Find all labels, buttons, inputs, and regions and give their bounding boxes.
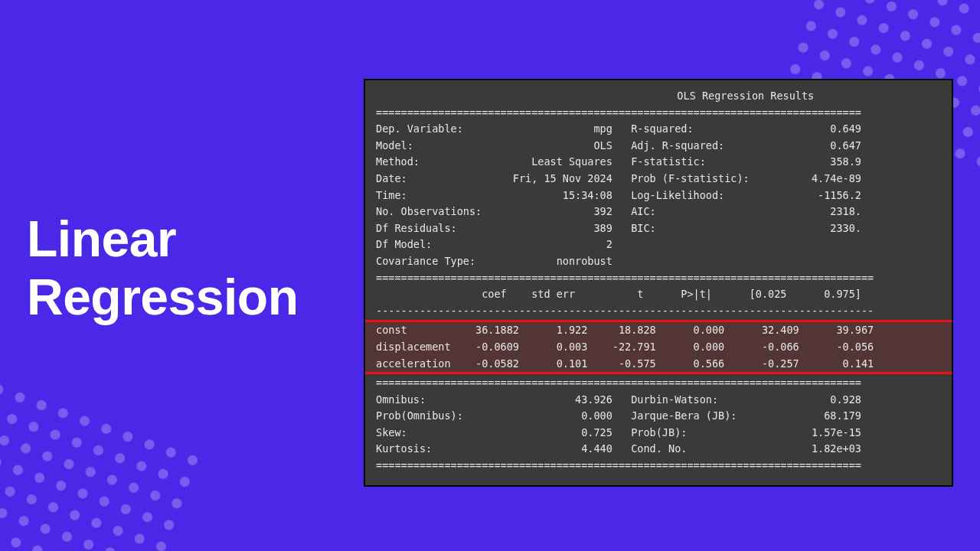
ols-coef-dash: ----------------------------------------… xyxy=(376,303,941,320)
ols-coef-row: displacement -0.0609 0.003 -22.791 0.000… xyxy=(376,339,941,356)
ols-coef-row: const 36.1882 1.922 18.828 0.000 32.409 … xyxy=(376,322,941,339)
ols-summary-row: No. Observations: 392 AIC: 2318. xyxy=(376,204,941,220)
ols-summary-row: Time: 15:34:08 Log-Likelihood: -1156.2 xyxy=(376,187,941,204)
ols-diag-row: Kurtosis: 4.440 Cond. No. 1.82e+03 xyxy=(376,441,941,458)
ols-rule: ========================================… xyxy=(376,270,941,287)
ols-summary-row: Covariance Type: nonrobust xyxy=(376,253,941,270)
ols-summary-row: Df Residuals: 389 BIC: 2330. xyxy=(376,220,941,237)
ols-title: OLS Regression Results xyxy=(376,88,941,105)
slide-canvas: Linear Regression OLS Regression Results… xyxy=(0,0,980,551)
ols-rule: ========================================… xyxy=(376,105,941,122)
ols-diag-row: Skew: 0.725 Prob(JB): 1.57e-15 xyxy=(376,425,941,442)
heading-line-1: Linear xyxy=(27,210,298,269)
ols-summary-row: Date: Fri, 15 Nov 2024 Prob (F-statistic… xyxy=(376,171,941,187)
ols-summary-row: Dep. Variable: mpg R-squared: 0.649 xyxy=(376,121,941,138)
ols-terminal-output: OLS Regression Results==================… xyxy=(364,79,953,487)
slide-heading: Linear Regression xyxy=(27,210,298,327)
ols-coef-header: coef std err t P>|t| [0.025 0.975] xyxy=(376,286,941,303)
ols-diag-row: Prob(Omnibus): 0.000 Jarque-Bera (JB): 6… xyxy=(376,408,941,425)
heading-line-2: Regression xyxy=(27,269,298,327)
ols-coef-row: acceleration -0.0582 0.101 -0.575 0.566 … xyxy=(376,356,941,373)
ols-summary-row: Df Model: 2 xyxy=(376,236,941,253)
ols-rule: ========================================… xyxy=(376,458,941,474)
ols-summary-row: Model: OLS Adj. R-squared: 0.647 xyxy=(376,138,941,155)
decorative-dots-bottom-left xyxy=(0,359,207,551)
ols-rule: ========================================… xyxy=(376,375,941,392)
ols-coef-highlight: const 36.1882 1.922 18.828 0.000 32.409 … xyxy=(365,320,952,374)
ols-summary-row: Method: Least Squares F-statistic: 358.9 xyxy=(376,154,941,171)
ols-diag-row: Omnibus: 43.926 Durbin-Watson: 0.928 xyxy=(376,392,941,409)
